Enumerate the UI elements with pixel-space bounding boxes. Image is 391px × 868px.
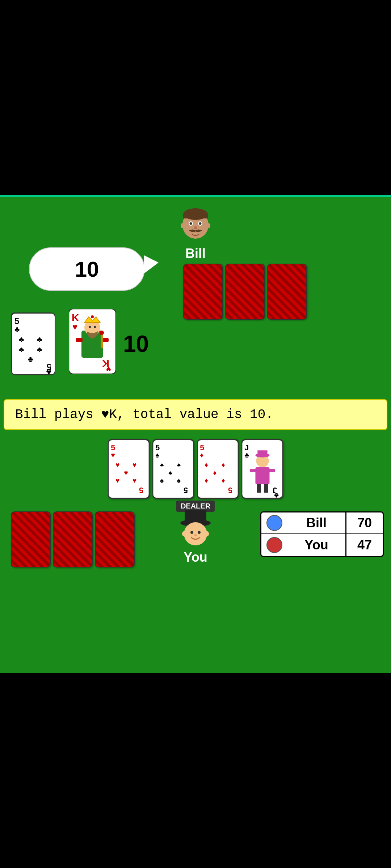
svg-text:♠: ♠ <box>177 476 181 484</box>
score-row-you: You 47 <box>261 534 383 556</box>
svg-text:♠: ♠ <box>160 476 164 484</box>
svg-text:5: 5 <box>14 316 19 326</box>
bill-card-3 <box>267 264 307 320</box>
hand-card-jc[interactable]: J ♣ J ♣ <box>241 439 283 499</box>
svg-rect-76 <box>185 510 206 524</box>
svg-text:♥: ♥ <box>115 461 120 469</box>
you-avatar-area: You <box>177 508 214 565</box>
svg-rect-71 <box>257 484 261 493</box>
you-score-name: You <box>287 537 345 553</box>
your-draw-pile <box>11 511 135 567</box>
play-value-text: 10 <box>123 331 149 357</box>
status-bar: Bill plays ♥K, total value is 10. <box>4 399 387 430</box>
svg-point-32 <box>100 331 104 335</box>
draw-pile-card: 5 ♣ ♣ ♣ ♣ ♣ ♣ 5 ♣ <box>11 312 54 374</box>
svg-text:♥: ♥ <box>133 461 137 469</box>
svg-point-7 <box>194 226 197 229</box>
svg-point-77 <box>184 522 207 545</box>
your-pile-card-2 <box>53 511 93 567</box>
svg-point-9 <box>207 223 210 228</box>
svg-text:♣: ♣ <box>274 492 279 498</box>
svg-rect-29 <box>76 338 83 342</box>
svg-text:5: 5 <box>184 486 188 494</box>
status-message-text: Bill plays ♥K, total value is 10. <box>15 407 273 422</box>
svg-point-78 <box>190 531 193 534</box>
svg-point-79 <box>198 531 201 534</box>
game-area: Bill 10 5 ♣ ♣ ♣ ♣ ♣ ♣ 5 ♣ <box>0 195 391 673</box>
svg-rect-69 <box>250 469 256 472</box>
svg-text:♥: ♥ <box>72 322 77 332</box>
svg-text:♦: ♦ <box>222 476 225 484</box>
svg-text:♣: ♣ <box>28 354 33 363</box>
svg-text:♣: ♣ <box>19 335 24 344</box>
hand-card-5d[interactable]: 5 ♦ ♦ ♦ ♦ ♦ ♦ 5 <box>197 439 239 499</box>
you-score-value: 47 <box>346 537 383 553</box>
svg-point-82 <box>194 534 197 536</box>
your-pile-card-3 <box>95 511 135 567</box>
top-black-bar <box>0 0 391 195</box>
svg-rect-31 <box>101 333 103 348</box>
your-pile-card-1 <box>11 511 51 567</box>
svg-text:♣: ♣ <box>244 451 249 459</box>
svg-text:♣: ♣ <box>37 335 42 344</box>
svg-text:♦: ♦ <box>200 451 203 459</box>
bill-score-value: 70 <box>346 515 383 531</box>
svg-text:♦: ♦ <box>205 476 208 484</box>
svg-text:♥: ♥ <box>115 476 120 484</box>
hand-card-5h[interactable]: 5 ♥ ♥ ♥ ♥ ♥ ♥ 5 <box>108 439 150 499</box>
bill-card-2 <box>225 264 265 320</box>
svg-text:♠: ♠ <box>177 461 181 469</box>
svg-text:♣: ♣ <box>14 325 20 334</box>
score-row-bill: Bill 70 <box>261 512 383 534</box>
svg-text:♣: ♣ <box>19 345 24 354</box>
svg-text:♣: ♣ <box>37 345 42 354</box>
svg-point-81 <box>205 531 209 536</box>
svg-text:♣: ♣ <box>46 367 51 375</box>
svg-text:♥: ♥ <box>133 476 137 484</box>
bottom-black-bar <box>0 673 391 868</box>
svg-rect-67 <box>257 450 267 456</box>
svg-rect-2 <box>183 214 208 218</box>
svg-text:♦: ♦ <box>205 461 208 469</box>
svg-point-26 <box>91 315 94 318</box>
svg-text:♦: ♦ <box>213 469 216 477</box>
svg-rect-30 <box>102 338 109 342</box>
svg-text:5: 5 <box>139 486 143 494</box>
bill-score-dot <box>266 515 282 531</box>
svg-point-27 <box>89 326 91 328</box>
draw-pile: 5 ♣ ♣ ♣ ♣ ♣ ♣ 5 ♣ <box>11 312 54 374</box>
scoreboard: Bill 70 You 47 <box>260 511 384 557</box>
bill-card-1 <box>183 264 223 320</box>
bill-name: Bill <box>185 246 206 261</box>
svg-point-5 <box>190 222 192 225</box>
svg-text:♠: ♠ <box>168 469 172 477</box>
svg-text:♥: ♥ <box>106 364 111 374</box>
svg-point-28 <box>94 326 96 328</box>
svg-point-6 <box>199 222 202 225</box>
you-name: You <box>184 550 207 565</box>
svg-text:♥: ♥ <box>124 469 128 477</box>
you-score-dot <box>266 537 282 553</box>
bill-speech-bubble: 10 <box>29 247 145 291</box>
svg-point-80 <box>182 531 186 536</box>
svg-text:♦: ♦ <box>222 461 225 469</box>
bill-avatar-icon <box>177 208 214 244</box>
hand-card-5s[interactable]: 5 ♠ ♠ ♠ ♠ ♠ ♠ 5 <box>152 439 194 499</box>
player-hand[interactable]: 5 ♥ ♥ ♥ ♥ ♥ ♥ 5 5 ♠ ♠ ♠ ♠ ♠ ♠ 5 <box>108 439 283 499</box>
svg-text:♠: ♠ <box>160 461 164 469</box>
play-value: 10 <box>123 331 149 357</box>
svg-rect-68 <box>255 467 269 484</box>
svg-point-8 <box>181 223 184 228</box>
svg-rect-70 <box>269 469 276 472</box>
bill-avatar-area: Bill <box>177 208 214 261</box>
bill-score-name: Bill <box>287 515 345 531</box>
you-avatar-icon <box>177 508 214 548</box>
svg-text:♥: ♥ <box>111 451 115 459</box>
speech-bubble-text: 10 <box>75 257 99 282</box>
bill-hand-cards <box>183 264 307 320</box>
svg-text:♠: ♠ <box>155 451 159 459</box>
svg-rect-72 <box>264 484 268 493</box>
played-card-king: K ♥ K ♥ <box>69 309 116 375</box>
svg-text:5: 5 <box>228 486 232 494</box>
